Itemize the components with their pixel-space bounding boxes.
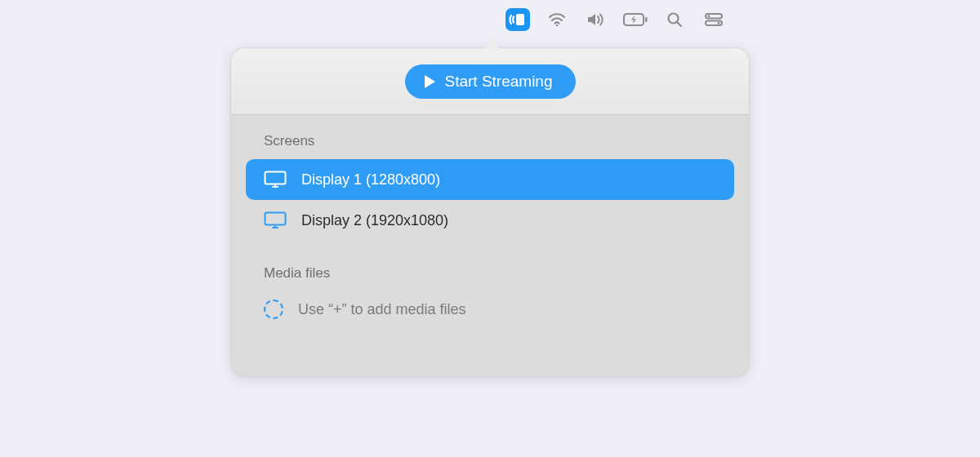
- media-files-hint: Use “+” to add media files: [246, 291, 734, 327]
- streaming-menubar-icon[interactable]: [506, 8, 530, 31]
- search-icon[interactable]: [662, 8, 687, 31]
- svg-rect-10: [265, 213, 286, 225]
- svg-point-4: [669, 14, 679, 24]
- menubar: [0, 8, 980, 31]
- start-streaming-label: Start Streaming: [445, 73, 553, 91]
- svg-point-8: [718, 22, 720, 24]
- svg-rect-0: [516, 14, 524, 25]
- svg-point-6: [708, 15, 710, 17]
- svg-rect-3: [645, 17, 648, 22]
- volume-icon[interactable]: [584, 8, 608, 31]
- media-section-label: Media files: [246, 265, 734, 291]
- panel-arrow: [483, 38, 500, 49]
- display-icon: [264, 171, 287, 189]
- screens-section-label: Screens: [246, 133, 734, 159]
- screen-item-display-1[interactable]: Display 1 (1280x800): [246, 159, 734, 200]
- screen-item-label: Display 1 (1280x800): [301, 171, 440, 189]
- media-files-section: Media files Use “+” to add media files: [246, 265, 734, 327]
- control-center-icon[interactable]: [702, 8, 726, 31]
- svg-point-1: [556, 24, 559, 27]
- panel-body: Screens Display 1 (1280x800): [231, 115, 749, 376]
- play-icon: [423, 74, 436, 89]
- wifi-icon[interactable]: [545, 8, 569, 31]
- screen-item-display-2[interactable]: Display 2 (1920x1080): [246, 200, 734, 241]
- add-placeholder-icon: [264, 299, 283, 319]
- streaming-panel: Start Streaming Screens Display 1 (1280x…: [231, 36, 749, 376]
- svg-rect-9: [265, 172, 286, 184]
- panel: Start Streaming Screens Display 1 (1280x…: [231, 48, 749, 376]
- display-icon: [264, 211, 287, 229]
- battery-icon[interactable]: [623, 8, 648, 31]
- media-hint-text: Use “+” to add media files: [298, 301, 466, 318]
- screen-item-label: Display 2 (1920x1080): [301, 212, 448, 229]
- panel-header: Start Streaming: [231, 48, 749, 115]
- start-streaming-button[interactable]: Start Streaming: [405, 64, 576, 99]
